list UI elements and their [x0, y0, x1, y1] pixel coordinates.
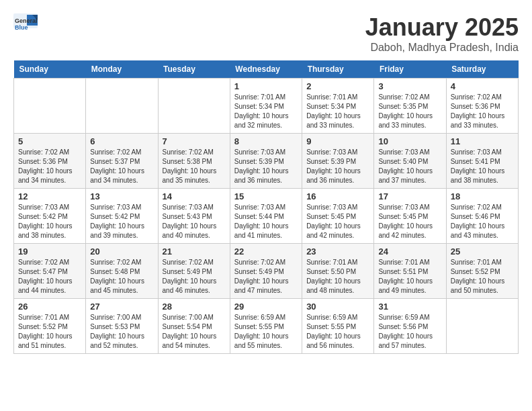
day-number: 31 [378, 302, 441, 312]
svg-text:Blue: Blue [15, 24, 28, 31]
calendar-cell: 23Sunrise: 7:01 AM Sunset: 5:50 PM Dayli… [302, 244, 374, 299]
day-number: 1 [234, 81, 298, 91]
calendar-cell: 18Sunrise: 7:02 AM Sunset: 5:46 PM Dayli… [446, 189, 518, 244]
calendar-cell: 13Sunrise: 7:03 AM Sunset: 5:42 PM Dayli… [86, 189, 158, 244]
calendar-header-monday: Monday [86, 60, 158, 79]
day-number: 13 [90, 191, 153, 201]
calendar-cell: 21Sunrise: 7:02 AM Sunset: 5:49 PM Dayli… [158, 244, 230, 299]
calendar-week-1: 1Sunrise: 7:01 AM Sunset: 5:34 PM Daylig… [14, 79, 519, 134]
day-number: 15 [234, 191, 298, 201]
calendar-cell: 2Sunrise: 7:01 AM Sunset: 5:34 PM Daylig… [302, 79, 374, 134]
day-number: 14 [163, 191, 226, 201]
day-number: 24 [378, 246, 441, 257]
location: Daboh, Madhya Pradesh, India [365, 42, 519, 54]
day-info: Sunrise: 7:01 AM Sunset: 5:52 PM Dayligh… [18, 313, 81, 351]
calendar-week-5: 26Sunrise: 7:01 AM Sunset: 5:52 PM Dayli… [14, 299, 519, 354]
calendar-cell: 22Sunrise: 7:02 AM Sunset: 5:49 PM Dayli… [230, 244, 302, 299]
day-info: Sunrise: 7:02 AM Sunset: 5:47 PM Dayligh… [18, 258, 81, 295]
day-number: 4 [451, 81, 514, 91]
calendar-week-2: 5Sunrise: 7:02 AM Sunset: 5:36 PM Daylig… [14, 134, 519, 189]
calendar-cell: 1Sunrise: 7:01 AM Sunset: 5:34 PM Daylig… [230, 79, 302, 134]
day-number: 23 [306, 246, 369, 257]
day-info: Sunrise: 7:02 AM Sunset: 5:36 PM Dayligh… [18, 148, 81, 185]
calendar-cell: 31Sunrise: 6:59 AM Sunset: 5:56 PM Dayli… [374, 299, 446, 354]
calendar-cell: 25Sunrise: 7:01 AM Sunset: 5:52 PM Dayli… [446, 244, 518, 299]
calendar-header-sunday: Sunday [14, 60, 86, 79]
day-number: 22 [234, 246, 298, 257]
calendar-cell: 17Sunrise: 7:03 AM Sunset: 5:45 PM Dayli… [374, 189, 446, 244]
day-info: Sunrise: 7:02 AM Sunset: 5:46 PM Dayligh… [451, 203, 514, 240]
calendar-cell: 8Sunrise: 7:03 AM Sunset: 5:39 PM Daylig… [230, 134, 302, 189]
day-info: Sunrise: 7:02 AM Sunset: 5:35 PM Dayligh… [378, 93, 441, 130]
day-info: Sunrise: 7:03 AM Sunset: 5:43 PM Dayligh… [163, 203, 226, 240]
day-info: Sunrise: 6:59 AM Sunset: 5:55 PM Dayligh… [306, 313, 369, 351]
day-info: Sunrise: 6:59 AM Sunset: 5:55 PM Dayligh… [234, 313, 298, 351]
day-number: 3 [378, 81, 441, 91]
calendar-cell: 5Sunrise: 7:02 AM Sunset: 5:36 PM Daylig… [14, 134, 86, 189]
calendar-header-friday: Friday [374, 60, 446, 79]
day-info: Sunrise: 7:02 AM Sunset: 5:49 PM Dayligh… [234, 258, 298, 295]
page-header: General Blue January 2025 Daboh, Madhya … [13, 13, 519, 54]
day-number: 12 [18, 191, 81, 201]
day-info: Sunrise: 7:03 AM Sunset: 5:45 PM Dayligh… [306, 203, 369, 240]
day-number: 28 [163, 302, 226, 312]
svg-text:General: General [15, 17, 38, 24]
day-number: 16 [306, 191, 369, 201]
day-info: Sunrise: 7:03 AM Sunset: 5:39 PM Dayligh… [306, 148, 369, 185]
day-number: 8 [234, 136, 298, 146]
day-info: Sunrise: 7:03 AM Sunset: 5:45 PM Dayligh… [378, 203, 441, 240]
day-info: Sunrise: 7:03 AM Sunset: 5:42 PM Dayligh… [90, 203, 153, 240]
day-number: 6 [90, 136, 153, 146]
day-info: Sunrise: 6:59 AM Sunset: 5:56 PM Dayligh… [378, 313, 441, 351]
day-info: Sunrise: 7:02 AM Sunset: 5:36 PM Dayligh… [451, 93, 514, 130]
calendar-cell: 16Sunrise: 7:03 AM Sunset: 5:45 PM Dayli… [302, 189, 374, 244]
calendar-cell: 19Sunrise: 7:02 AM Sunset: 5:47 PM Dayli… [14, 244, 86, 299]
calendar-cell: 27Sunrise: 7:00 AM Sunset: 5:53 PM Dayli… [86, 299, 158, 354]
day-info: Sunrise: 7:03 AM Sunset: 5:40 PM Dayligh… [378, 148, 441, 185]
day-number: 25 [451, 246, 514, 257]
calendar-cell: 10Sunrise: 7:03 AM Sunset: 5:40 PM Dayli… [374, 134, 446, 189]
calendar-header-wednesday: Wednesday [230, 60, 302, 79]
day-info: Sunrise: 7:02 AM Sunset: 5:38 PM Dayligh… [163, 148, 226, 185]
day-number: 19 [18, 246, 81, 257]
calendar-cell: 4Sunrise: 7:02 AM Sunset: 5:36 PM Daylig… [446, 79, 518, 134]
calendar-header-tuesday: Tuesday [158, 60, 230, 79]
day-info: Sunrise: 7:00 AM Sunset: 5:54 PM Dayligh… [163, 313, 226, 351]
day-number: 11 [451, 136, 514, 146]
day-number: 26 [18, 302, 81, 312]
calendar-cell: 9Sunrise: 7:03 AM Sunset: 5:39 PM Daylig… [302, 134, 374, 189]
calendar: SundayMondayTuesdayWednesdayThursdayFrid… [13, 60, 519, 354]
day-number: 9 [306, 136, 369, 146]
day-number: 18 [451, 191, 514, 201]
calendar-week-3: 12Sunrise: 7:03 AM Sunset: 5:42 PM Dayli… [14, 189, 519, 244]
calendar-cell: 26Sunrise: 7:01 AM Sunset: 5:52 PM Dayli… [14, 299, 86, 354]
calendar-cell [14, 79, 86, 134]
calendar-body: 1Sunrise: 7:01 AM Sunset: 5:34 PM Daylig… [14, 79, 519, 354]
calendar-cell: 3Sunrise: 7:02 AM Sunset: 5:35 PM Daylig… [374, 79, 446, 134]
day-info: Sunrise: 7:03 AM Sunset: 5:44 PM Dayligh… [234, 203, 298, 240]
calendar-week-4: 19Sunrise: 7:02 AM Sunset: 5:47 PM Dayli… [14, 244, 519, 299]
calendar-cell: 30Sunrise: 6:59 AM Sunset: 5:55 PM Dayli… [302, 299, 374, 354]
day-number: 2 [306, 81, 369, 91]
day-number: 30 [306, 302, 369, 312]
calendar-cell: 28Sunrise: 7:00 AM Sunset: 5:54 PM Dayli… [158, 299, 230, 354]
day-info: Sunrise: 7:03 AM Sunset: 5:42 PM Dayligh… [18, 203, 81, 240]
day-info: Sunrise: 7:01 AM Sunset: 5:50 PM Dayligh… [306, 258, 369, 295]
day-number: 17 [378, 191, 441, 201]
logo-icon: General Blue [13, 13, 39, 35]
calendar-cell [86, 79, 158, 134]
month-title: January 2025 [365, 13, 519, 42]
calendar-cell: 14Sunrise: 7:03 AM Sunset: 5:43 PM Dayli… [158, 189, 230, 244]
calendar-cell [446, 299, 518, 354]
day-number: 27 [90, 302, 153, 312]
calendar-cell [158, 79, 230, 134]
day-info: Sunrise: 7:01 AM Sunset: 5:34 PM Dayligh… [306, 93, 369, 130]
day-number: 21 [163, 246, 226, 257]
calendar-header-thursday: Thursday [302, 60, 374, 79]
day-info: Sunrise: 7:00 AM Sunset: 5:53 PM Dayligh… [90, 313, 153, 351]
day-info: Sunrise: 7:02 AM Sunset: 5:49 PM Dayligh… [163, 258, 226, 295]
calendar-cell: 20Sunrise: 7:02 AM Sunset: 5:48 PM Dayli… [86, 244, 158, 299]
day-info: Sunrise: 7:02 AM Sunset: 5:48 PM Dayligh… [90, 258, 153, 295]
calendar-header-row: SundayMondayTuesdayWednesdayThursdayFrid… [14, 60, 519, 79]
day-info: Sunrise: 7:03 AM Sunset: 5:41 PM Dayligh… [451, 148, 514, 185]
